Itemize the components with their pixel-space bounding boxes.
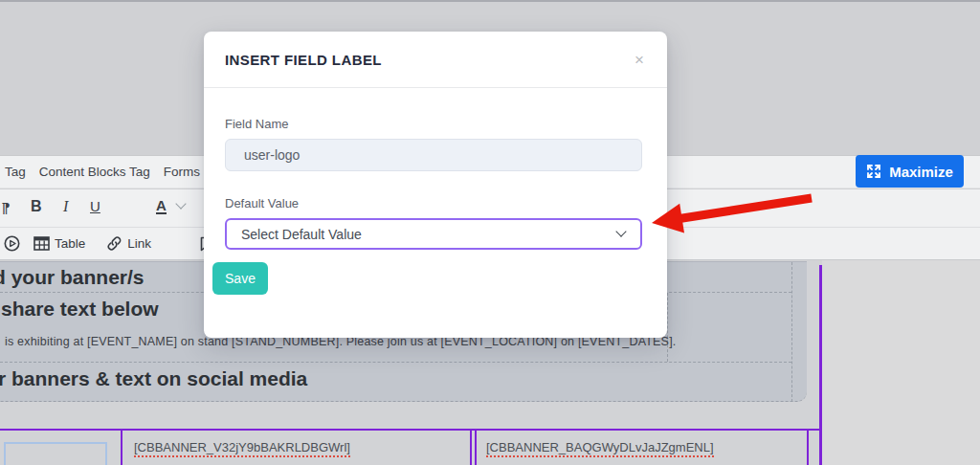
banner-cell-code-2[interactable]: [CBBANNER_BAQGWyDLvJaJZgmENL] bbox=[486, 440, 714, 454]
chevron-down-icon[interactable] bbox=[175, 198, 186, 209]
block-dashed-divider-2 bbox=[0, 362, 791, 363]
heading-upload-banners: d your banner/s bbox=[0, 266, 145, 289]
default-value-label: Default Value bbox=[225, 196, 646, 210]
field-name-input[interactable] bbox=[225, 139, 642, 171]
font-color-icon[interactable]: A bbox=[156, 198, 167, 214]
italic-button[interactable]: I bbox=[63, 198, 68, 215]
table-icon bbox=[33, 236, 50, 251]
expand-icon bbox=[866, 164, 881, 179]
banner-code-text-1: [CBBANNER_V32jY9bBAKRLDBGWrl] bbox=[134, 440, 350, 457]
close-icon[interactable]: × bbox=[635, 51, 644, 70]
save-button[interactable]: Save bbox=[212, 262, 268, 295]
link-icon bbox=[106, 235, 122, 252]
play-circle-icon[interactable] bbox=[4, 235, 20, 252]
table-right-border bbox=[819, 265, 822, 465]
default-value-selected-option: Select Default Value bbox=[241, 227, 362, 242]
field-name-label: Field Name bbox=[225, 117, 646, 131]
table-cell-border-2 bbox=[470, 431, 472, 465]
bold-button[interactable]: B bbox=[31, 198, 42, 215]
paragraph-format-icon[interactable]: ¶ bbox=[2, 199, 10, 215]
insert-table-label: Table bbox=[55, 236, 85, 251]
table-cell-border-1 bbox=[121, 431, 122, 465]
default-value-select[interactable]: Select Default Value bbox=[225, 218, 642, 250]
tab-tag[interactable]: Tag bbox=[5, 165, 26, 179]
window-top-border bbox=[0, 0, 980, 2]
maximize-button[interactable]: Maximize bbox=[856, 155, 964, 188]
insert-field-label-modal: INSERT FIELD LABEL × Field Name Default … bbox=[204, 32, 667, 338]
table-cell-border-4 bbox=[807, 431, 809, 465]
heading-social-media: r banners & text on social media bbox=[0, 367, 307, 390]
modal-title: INSERT FIELD LABEL bbox=[225, 52, 382, 68]
banner-image-placeholder[interactable] bbox=[4, 442, 107, 465]
modal-header: INSERT FIELD LABEL × bbox=[204, 32, 667, 88]
underline-button[interactable]: U bbox=[90, 198, 100, 214]
block-dashed-right-edge bbox=[791, 262, 792, 402]
maximize-label: Maximize bbox=[889, 164, 953, 180]
insert-link-label: Link bbox=[127, 236, 151, 251]
inner-block-dashed-edge bbox=[667, 293, 668, 362]
insert-table-button[interactable]: Table bbox=[33, 236, 85, 251]
canvas-right-margin bbox=[822, 260, 980, 465]
table-cell-border-3 bbox=[475, 431, 477, 465]
modal-body: Field Name Default Value Select Default … bbox=[204, 88, 667, 250]
chevron-down-icon bbox=[615, 226, 626, 236]
tab-forms[interactable]: Forms bbox=[164, 165, 200, 179]
heading-share-text: share text below bbox=[1, 298, 159, 321]
table-top-border bbox=[0, 429, 821, 431]
insert-link-button[interactable]: Link bbox=[106, 235, 151, 252]
tab-content-blocks-tag[interactable]: Content Blocks Tag bbox=[39, 165, 150, 179]
banner-cell-code-1[interactable]: [CBBANNER_V32jY9bBAKRLDBGWrl] bbox=[134, 440, 350, 454]
banner-code-text-2: [CBBANNER_BAQGWyDLvJaJZgmENL] bbox=[486, 440, 714, 457]
